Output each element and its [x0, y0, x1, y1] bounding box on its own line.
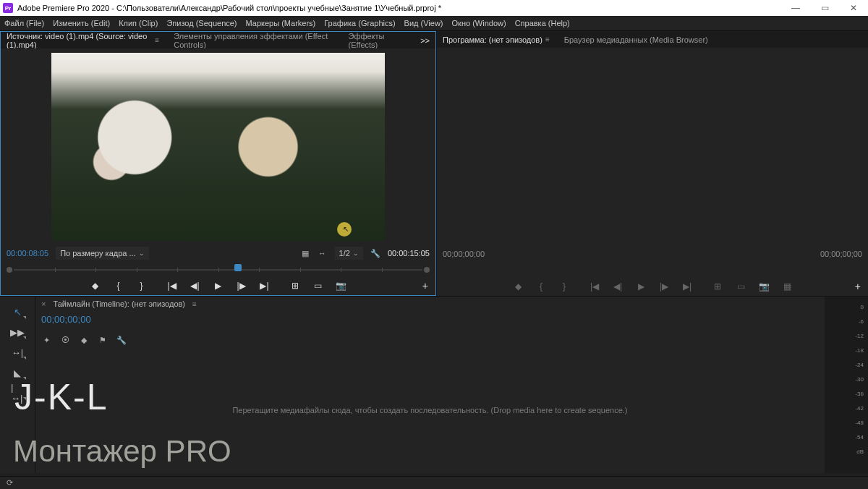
meter-tick: 0: [861, 304, 864, 312]
source-preview: ↖: [1, 48, 435, 244]
cursor-highlight: [337, 222, 352, 237]
add-marker-button: ◆: [511, 280, 524, 293]
meter-tick: -48: [855, 420, 864, 428]
minimize-button[interactable]: —: [781, 0, 810, 16]
tab-source-label: Источник: video (1).mp4 (Source: video (…: [7, 32, 152, 49]
meter-tick: -42: [855, 405, 864, 414]
timeline-timecode[interactable]: 00;00;00;00: [41, 314, 91, 325]
menu-clip[interactable]: Клип (Clip): [119, 19, 158, 27]
tab-mediabrowser[interactable]: Браузер медиаданных (Media Browser): [564, 35, 708, 44]
menu-markers[interactable]: Маркеры (Markers): [246, 19, 316, 27]
mark-out-button[interactable]: }: [135, 279, 148, 292]
step-back-button[interactable]: ◀|: [189, 279, 202, 292]
insert-frame-icon[interactable]: ↔: [318, 248, 328, 258]
menu-sequence[interactable]: Эпизод (Sequence): [166, 19, 237, 27]
wrench-icon[interactable]: 🔧: [370, 248, 380, 258]
source-timecode-out: 00:00:15:05: [388, 249, 430, 258]
export-frame-button: 📷: [757, 280, 770, 293]
scrub-end-handle[interactable]: [424, 267, 430, 273]
meter-tick: -24: [855, 362, 864, 370]
menu-help[interactable]: Справка (Help): [515, 19, 570, 27]
program-panel: Программа: (нет эпизодов) ≡ Браузер меди…: [436, 31, 868, 296]
insert-button[interactable]: ⊞: [289, 279, 302, 292]
ripple-edit-tool[interactable]: ↔|: [11, 346, 24, 359]
tab-timeline[interactable]: Таймлайн (Timeline): (нет эпизодов): [53, 299, 185, 308]
overwrite-button[interactable]: ▭: [312, 279, 325, 292]
export-frame-button[interactable]: 📷: [335, 279, 348, 292]
tab-source[interactable]: Источник: video (1).mp4 (Source: video (…: [7, 32, 159, 49]
source-transport: ◆ { } |◀ ◀| ▶ |▶ ▶| ⊞ ▭ 📷 +: [1, 276, 435, 295]
menu-window[interactable]: Окно (Window): [452, 19, 506, 27]
slip-tool[interactable]: |↔|: [11, 386, 24, 399]
razor-tool[interactable]: ◣: [11, 366, 24, 379]
tools-panel: ↖ ▶▶ ↔| ◣ |↔|: [0, 297, 35, 473]
program-transport: ◆ { } |◀ ◀| ▶ |▶ ▶| ⊞ ▭ 📷 ▦ +: [437, 277, 868, 296]
timeline-drop-message: Перетащите медиафайлы сюда, чтобы создат…: [232, 406, 627, 414]
linked-selection-icon: ⦿: [60, 335, 70, 345]
audio-meter: 0 -6 -12 -18 -24 -30 -36 -42 -48 -54 dB: [825, 297, 868, 473]
program-timecode-out: 00;00;00;00: [820, 250, 862, 258]
wrench-icon[interactable]: 🔧: [116, 335, 127, 345]
tab-program[interactable]: Программа: (нет эпизодов) ≡: [443, 35, 550, 44]
extract-button: ▭: [734, 280, 747, 293]
play-button: ▶: [634, 280, 647, 293]
preview-content: [51, 53, 385, 241]
step-fwd-button: |▶: [658, 280, 671, 293]
chevron-down-icon: ⌄: [139, 250, 145, 257]
close-tab-icon[interactable]: ×: [41, 299, 46, 308]
program-preview: [437, 48, 868, 245]
menu-file[interactable]: Файл (File): [4, 19, 44, 27]
play-button[interactable]: ▶: [212, 279, 225, 292]
panel-menu-icon[interactable]: ≡: [545, 35, 550, 43]
close-button[interactable]: ✕: [839, 0, 868, 16]
statusbar: ⟳: [0, 476, 868, 489]
tabs-overflow[interactable]: >>: [420, 36, 430, 45]
tab-effects[interactable]: Эффекты (Effects): [349, 32, 407, 49]
timeline-drop-area[interactable]: Перетащите медиафайлы сюда, чтобы создат…: [35, 347, 825, 473]
settings-icon[interactable]: ▦: [300, 248, 310, 258]
track-select-tool[interactable]: ▶▶: [11, 326, 24, 339]
zoom-dropdown[interactable]: По размеру кадра ... ⌄: [56, 247, 149, 260]
meter-unit: dB: [856, 448, 864, 457]
button-editor[interactable]: +: [422, 280, 428, 292]
maximize-button[interactable]: ▭: [810, 0, 839, 16]
add-marker-button[interactable]: ◆: [89, 279, 102, 292]
mark-out-button: }: [558, 280, 571, 293]
scrub-start-handle[interactable]: [7, 267, 12, 273]
source-panel: Источник: video (1).mp4 (Source: video (…: [0, 31, 436, 296]
timeline-panel: × Таймлайн (Timeline): (нет эпизодов) ≡ …: [35, 297, 825, 473]
timeline-toggles: ✦ ⦿ ◆ ⚑ 🔧: [41, 335, 127, 345]
source-scrub-bar[interactable]: [14, 262, 422, 276]
panel-menu-icon[interactable]: ≡: [155, 36, 159, 44]
zoom-label: По размеру кадра ...: [60, 249, 136, 258]
snap-icon: ✦: [41, 335, 51, 345]
panel-menu-icon[interactable]: ≡: [192, 300, 197, 308]
meter-tick: -30: [855, 376, 864, 385]
program-timecode-in[interactable]: 00;00;00;00: [443, 250, 485, 258]
tab-effect-controls[interactable]: Элементы управления эффектами (Effect Co…: [174, 32, 333, 49]
resolution-dropdown[interactable]: 1/2 ⌄: [335, 247, 363, 260]
go-to-out-button: ▶|: [681, 280, 694, 293]
meter-tick: -18: [855, 347, 864, 356]
timeline-tabs: × Таймлайн (Timeline): (нет эпизодов) ≡: [35, 297, 825, 311]
meter-tick: -36: [855, 391, 864, 399]
mark-in-button[interactable]: {: [112, 279, 125, 292]
go-to-out-button[interactable]: ▶|: [258, 279, 271, 292]
selection-tool[interactable]: ↖: [11, 305, 24, 318]
timeline-header: 00;00;00;00 ✦ ⦿ ◆ ⚑ 🔧: [35, 311, 825, 347]
refresh-icon[interactable]: ⟳: [4, 478, 14, 488]
menu-graphics[interactable]: Графика (Graphics): [324, 19, 395, 27]
program-tabs: Программа: (нет эпизодов) ≡ Браузер меди…: [437, 31, 868, 48]
step-fwd-button[interactable]: |▶: [235, 279, 248, 292]
window-titlebar: Pr Adobe Premiere Pro 2020 - C:\Пользова…: [0, 0, 868, 16]
menu-view[interactable]: Вид (View): [404, 19, 443, 27]
menu-edit[interactable]: Изменить (Edit): [53, 19, 110, 27]
source-timecode-in[interactable]: 00:00:08:05: [7, 249, 48, 258]
button-editor[interactable]: +: [855, 281, 861, 292]
go-to-in-button[interactable]: |◀: [166, 279, 179, 292]
source-preview-image[interactable]: ↖: [51, 53, 385, 241]
app-icon: Pr: [3, 3, 13, 13]
mark-in-button: {: [535, 280, 548, 293]
scrub-playhead[interactable]: [234, 264, 242, 271]
source-tabs: Источник: video (1).mp4 (Source: video (…: [1, 32, 435, 48]
